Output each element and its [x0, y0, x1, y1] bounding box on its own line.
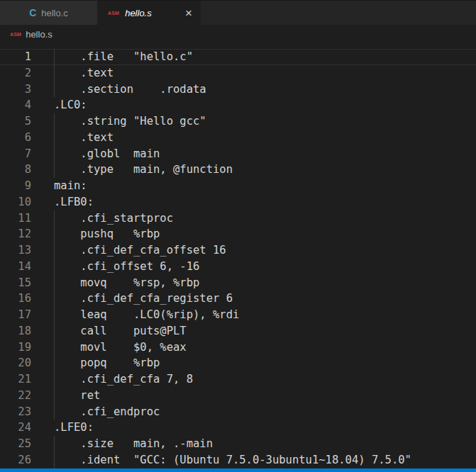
code-line[interactable]: 12 pushq %rbp: [0, 226, 476, 242]
code-text: .cfi_startproc: [31, 210, 173, 227]
line-number[interactable]: 4: [0, 97, 31, 113]
line-number[interactable]: 12: [0, 226, 31, 242]
code-line[interactable]: 10.LFB0:: [0, 194, 476, 210]
line-number[interactable]: 23: [0, 404, 31, 420]
code-area[interactable]: 1 .file "hello.c"2 .text3 .section .roda…: [0, 44, 476, 468]
code-text: .file "hello.c": [31, 49, 193, 65]
line-number[interactable]: 5: [0, 113, 31, 130]
code-text: .LFB0:: [31, 194, 94, 210]
line-number[interactable]: 19: [0, 339, 31, 356]
line-number[interactable]: 22: [0, 388, 31, 404]
line-number[interactable]: 10: [0, 194, 31, 210]
code-line[interactable]: 15 movq %rsp, %rbp: [0, 275, 476, 291]
asm-file-icon: ASM: [108, 11, 119, 16]
code-text: .globl main: [31, 146, 160, 162]
tab-hello-c[interactable]: C hello.c: [0, 1, 97, 25]
code-text: .ident "GCC: (Ubuntu 7.5.0-3ubuntu1~18.0…: [31, 452, 411, 468]
code-text: .LFE0:: [31, 420, 94, 436]
asm-file-icon: ASM: [10, 32, 21, 37]
tab-label: hello.c: [41, 8, 68, 18]
code-text: leaq .LC0(%rip), %rdi: [31, 307, 239, 323]
code-line[interactable]: 1 .file "hello.c": [0, 49, 476, 65]
code-line[interactable]: 5 .string "Hello gcc": [0, 113, 476, 130]
line-number[interactable]: 2: [0, 65, 31, 82]
code-text: .cfi_endproc: [31, 404, 160, 420]
code-line[interactable]: 17 leaq .LC0(%rip), %rdi: [0, 307, 476, 323]
line-number[interactable]: 24: [0, 420, 31, 436]
line-number[interactable]: 20: [0, 355, 31, 371]
code-text: .cfi_def_cfa_offset 16: [31, 242, 226, 259]
code-line[interactable]: 22 ret: [0, 388, 476, 404]
code-text: movq %rsp, %rbp: [31, 275, 199, 291]
line-number[interactable]: 7: [0, 146, 31, 162]
code-line[interactable]: 13 .cfi_def_cfa_offset 16: [0, 242, 476, 259]
code-line[interactable]: 11 .cfi_startproc: [0, 210, 476, 227]
code-line[interactable]: 7 .globl main: [0, 146, 476, 162]
tab-bar: C hello.c ASM hello.s ×: [0, 0, 476, 25]
status-bar: [0, 468, 476, 472]
code-text: .cfi_def_cfa_register 6: [31, 291, 233, 307]
line-number[interactable]: 17: [0, 307, 31, 323]
line-number[interactable]: 18: [0, 323, 31, 339]
code-line[interactable]: 3 .section .rodata: [0, 82, 476, 98]
code-line[interactable]: 8 .type main, @function: [0, 162, 476, 178]
line-number[interactable]: 13: [0, 242, 31, 259]
code-line[interactable]: 24.LFE0:: [0, 420, 476, 436]
code-line[interactable]: 14 .cfi_offset 6, -16: [0, 259, 476, 275]
line-number[interactable]: 3: [0, 82, 31, 98]
code-text: movl $0, %eax: [31, 339, 187, 356]
code-line[interactable]: 6 .text: [0, 130, 476, 146]
code-text: .LC0:: [31, 97, 87, 113]
code-text: ret: [31, 388, 100, 404]
line-number[interactable]: 15: [0, 275, 31, 291]
code-line[interactable]: 16 .cfi_def_cfa_register 6: [0, 291, 476, 307]
line-number[interactable]: 1: [0, 49, 31, 65]
code-text: popq %rbp: [31, 355, 160, 371]
code-line[interactable]: 19 movl $0, %eax: [0, 339, 476, 356]
code-text: .cfi_def_cfa 7, 8: [31, 371, 193, 388]
code-text: .size main, .-main: [31, 436, 213, 452]
code-text: call puts@PLT: [31, 323, 187, 339]
line-number[interactable]: 26: [0, 452, 31, 468]
line-number[interactable]: 9: [0, 178, 31, 194]
code-line[interactable]: 23 .cfi_endproc: [0, 404, 476, 420]
code-line[interactable]: 18 call puts@PLT: [0, 323, 476, 339]
code-line[interactable]: 9main:: [0, 178, 476, 194]
code-line[interactable]: 26 .ident "GCC: (Ubuntu 7.5.0-3ubuntu1~1…: [0, 452, 476, 468]
line-number[interactable]: 14: [0, 259, 31, 275]
code-line[interactable]: 25 .size main, .-main: [0, 436, 476, 452]
code-text: pushq %rbp: [31, 226, 160, 242]
tab-hello-s[interactable]: ASM hello.s ×: [97, 1, 201, 25]
code-text: .section .rodata: [31, 82, 206, 98]
breadcrumbs: ASM hello.s: [0, 25, 476, 44]
code-text: .type main, @function: [31, 162, 233, 178]
code-text: main:: [31, 178, 87, 194]
code-text: .text: [31, 130, 114, 146]
c-file-icon: C: [29, 7, 36, 18]
code-line[interactable]: 4.LC0:: [0, 97, 476, 113]
line-number[interactable]: 25: [0, 436, 31, 452]
line-number[interactable]: 8: [0, 162, 31, 178]
line-number[interactable]: 16: [0, 291, 31, 307]
code-line[interactable]: 20 popq %rbp: [0, 355, 476, 371]
code-line[interactable]: 21 .cfi_def_cfa 7, 8: [0, 371, 476, 388]
code-text: .string "Hello gcc": [31, 113, 206, 130]
code-text: .text: [31, 65, 114, 82]
code-text: .cfi_offset 6, -16: [31, 259, 199, 275]
line-number[interactable]: 21: [0, 371, 31, 388]
tab-label: hello.s: [125, 8, 152, 18]
line-number[interactable]: 6: [0, 130, 31, 146]
line-number[interactable]: 11: [0, 210, 31, 227]
code-line[interactable]: 2 .text: [0, 65, 476, 82]
breadcrumb-item-file[interactable]: hello.s: [26, 29, 52, 40]
close-icon[interactable]: ×: [184, 7, 194, 19]
